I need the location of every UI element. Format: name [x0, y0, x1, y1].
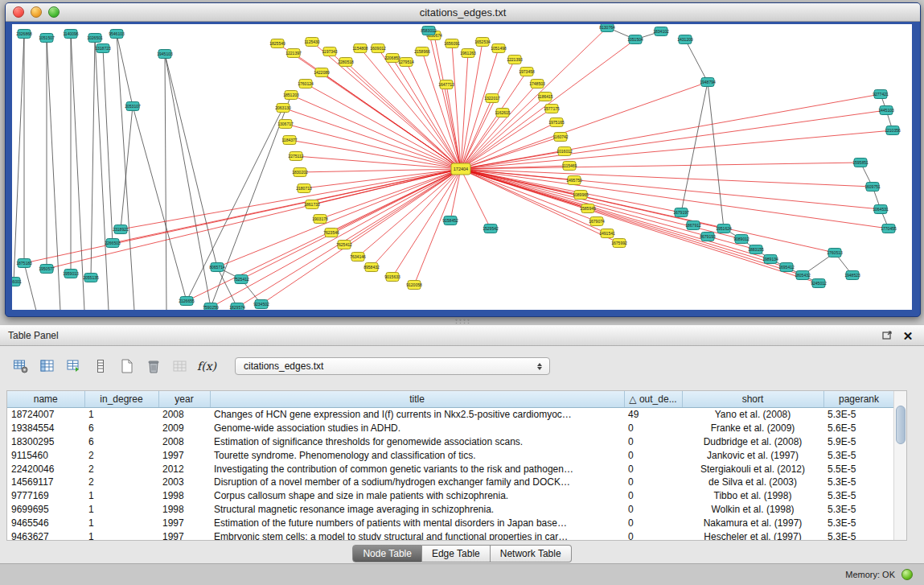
- column-header-out_de[interactable]: △ out_de...: [624, 391, 682, 408]
- table-row[interactable]: 911546021997Tourette syndrome. Phenomeno…: [7, 448, 894, 462]
- network-node[interactable]: 1973458: [519, 68, 535, 76]
- network-node[interactable]: 1585949: [580, 204, 596, 213]
- network-node[interactable]: 1051504: [627, 35, 643, 44]
- import-table-button[interactable]: [63, 355, 85, 377]
- network-node[interactable]: 172404: [451, 163, 470, 175]
- panel-splitter[interactable]: [0, 315, 924, 325]
- close-window-button[interactable]: [13, 6, 24, 18]
- tab-node-table[interactable]: Node Table: [352, 545, 422, 562]
- table-row[interactable]: 977716911998Corpus callosum shape and si…: [7, 489, 894, 503]
- network-node[interactable]: 1197343: [322, 47, 337, 56]
- table-row[interactable]: 946554611997Estimation of the future num…: [7, 516, 894, 529]
- network-node[interactable]: 7590259: [203, 303, 219, 311]
- create-column-button[interactable]: [116, 355, 138, 377]
- network-node[interactable]: 1221397: [285, 49, 302, 58]
- network-node[interactable]: 1279514: [398, 58, 414, 67]
- table-row[interactable]: 946362711997Embryonic stem cells: a mode…: [7, 529, 894, 541]
- network-node[interactable]: 7623546: [323, 229, 339, 237]
- network-node[interactable]: 1883155: [748, 245, 764, 254]
- network-node[interactable]: 1154808: [352, 44, 368, 53]
- table-settings-button[interactable]: [10, 355, 32, 377]
- table-row[interactable]: 1456911722003Disruption of a novel membe…: [7, 476, 894, 489]
- network-node[interactable]: 8065714: [209, 263, 225, 272]
- rename-column-button[interactable]: [169, 355, 191, 377]
- network-node[interactable]: 2280518: [338, 58, 354, 67]
- close-panel-icon[interactable]: ✕: [900, 329, 916, 342]
- network-node[interactable]: 1875183: [16, 259, 32, 268]
- network-node[interactable]: 9277421: [873, 90, 889, 99]
- network-node[interactable]: 1867912: [685, 221, 701, 230]
- network-node[interactable]: 1609012: [370, 44, 386, 53]
- network-node[interactable]: 1950577: [39, 265, 55, 274]
- network-node[interactable]: 1577175: [544, 105, 560, 113]
- network-node[interactable]: 7525412: [233, 275, 249, 284]
- network-node[interactable]: 1495750: [566, 176, 582, 185]
- function-builder-button[interactable]: f(x): [195, 355, 218, 377]
- network-node[interactable]: 9234502: [253, 300, 269, 309]
- network-node[interactable]: 1210356: [885, 126, 901, 135]
- network-node[interactable]: 1160742: [552, 133, 568, 142]
- network-node[interactable]: 1825549: [269, 39, 285, 48]
- network-node[interactable]: 9089012: [733, 235, 749, 244]
- network-node[interactable]: 1306717: [277, 120, 294, 129]
- network-node[interactable]: 1051498: [491, 44, 507, 53]
- network-node[interactable]: 1948794: [700, 78, 716, 87]
- column-header-short[interactable]: short: [682, 391, 823, 408]
- network-node[interactable]: 9158452: [442, 216, 458, 225]
- network-window-titlebar[interactable]: citations_edges.txt: [6, 3, 920, 22]
- network-node[interactable]: 2055135: [83, 274, 99, 282]
- column-header-in_degree[interactable]: in_degree: [84, 391, 158, 408]
- network-node[interactable]: 8583012: [421, 27, 437, 35]
- network-node[interactable]: 1652534: [474, 38, 491, 47]
- network-node[interactable]: 1595851: [852, 159, 869, 167]
- network-node[interactable]: 2063130: [275, 104, 291, 113]
- network-node[interactable]: 9120058: [406, 281, 422, 290]
- column-header-name[interactable]: name: [7, 391, 84, 408]
- network-node[interactable]: 1903178: [312, 215, 328, 224]
- network-node[interactable]: 1431209: [677, 35, 693, 44]
- memory-ok-indicator-icon[interactable]: [901, 569, 913, 580]
- table-mode-button[interactable]: [89, 355, 112, 377]
- network-node[interactable]: 1834102: [653, 27, 669, 36]
- network-node[interactable]: 9546103: [109, 30, 125, 39]
- network-node[interactable]: 1695412: [778, 263, 795, 272]
- network-node[interactable]: 8958432: [363, 263, 380, 272]
- network-node[interactable]: 2053107: [125, 102, 141, 111]
- network-node[interactable]: 2275112: [288, 152, 303, 161]
- network-node[interactable]: 1975165: [548, 118, 565, 127]
- network-node[interactable]: 1989134: [762, 255, 778, 264]
- network-node[interactable]: 1422089: [314, 68, 330, 77]
- minimize-window-button[interactable]: [31, 6, 42, 18]
- network-node[interactable]: 1026501: [87, 34, 103, 43]
- table-row[interactable]: 1938455462009Genome-wide association stu…: [7, 422, 894, 435]
- network-node[interactable]: 1089965: [573, 191, 589, 200]
- network-node[interactable]: 7634146: [350, 253, 366, 262]
- network-node[interactable]: 2266503: [105, 239, 121, 248]
- column-header-title[interactable]: title: [210, 391, 624, 408]
- zoom-window-button[interactable]: [48, 6, 60, 18]
- network-node[interactable]: 1760124: [298, 80, 314, 89]
- network-node[interactable]: 2326868: [16, 30, 32, 39]
- network-node[interactable]: 2158966: [414, 47, 430, 56]
- network-node[interactable]: 1647713: [438, 80, 454, 89]
- network-node[interactable]: 7625412: [336, 241, 352, 249]
- network-node[interactable]: 9015633: [384, 273, 400, 282]
- column-header-year[interactable]: year: [158, 391, 210, 408]
- network-node[interactable]: 1184377: [281, 136, 297, 145]
- network-node[interactable]: 1675992: [611, 239, 627, 248]
- table-selector-combobox[interactable]: citations_edges.txt: [235, 357, 550, 375]
- network-node[interactable]: 1125430: [304, 38, 319, 47]
- network-node[interactable]: 2126655: [179, 297, 195, 306]
- network-node[interactable]: 2318921: [113, 225, 129, 234]
- network-node[interactable]: 1221393: [507, 56, 523, 64]
- table-row[interactable]: 2242004622012Investigating the contribut…: [7, 462, 894, 476]
- network-node[interactable]: 8679193: [700, 233, 716, 241]
- network-node[interactable]: 2180713: [296, 184, 312, 193]
- network-node[interactable]: 1945103: [157, 50, 173, 59]
- network-node[interactable]: 1851203: [283, 91, 299, 100]
- network-node[interactable]: 1961263: [460, 49, 476, 58]
- show-columns-button[interactable]: [36, 355, 59, 377]
- network-node[interactable]: 1529542: [483, 225, 499, 233]
- network-node[interactable]: 1748503: [529, 80, 545, 89]
- network-node[interactable]: 1760513: [827, 249, 843, 257]
